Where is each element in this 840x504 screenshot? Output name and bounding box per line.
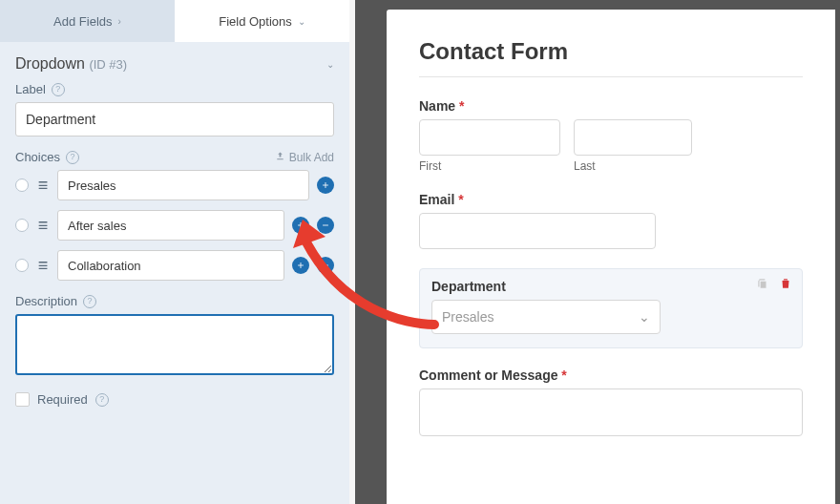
- first-sublabel: First: [419, 159, 560, 173]
- required-label: Required: [37, 392, 88, 407]
- label-block: Label ?: [15, 82, 334, 136]
- form-preview: Contact Form Name * First Last Email * D…: [387, 10, 835, 504]
- choices-heading: Choices ? Bulk Add: [15, 150, 334, 164]
- chevron-down-icon: ⌄: [298, 16, 305, 27]
- drag-handle-icon[interactable]: ≡: [36, 261, 50, 270]
- chevron-down-icon: ⌄: [326, 59, 334, 70]
- divider: [419, 76, 803, 77]
- choice-input[interactable]: [57, 250, 284, 281]
- remove-choice-button[interactable]: [317, 217, 334, 234]
- help-icon[interactable]: ?: [95, 393, 109, 407]
- choice-row: ≡: [15, 170, 334, 200]
- add-choice-button[interactable]: [292, 257, 309, 274]
- department-select[interactable]: Presales ⌄: [431, 300, 661, 334]
- comment-label: Comment or Message *: [419, 368, 803, 383]
- chevron-down-icon: ⌄: [639, 309, 650, 325]
- field-id: (ID #3): [89, 57, 127, 72]
- panel-body: Label ? Choices ? Bulk Add ≡≡≡: [0, 82, 349, 504]
- first-name-input[interactable]: [419, 119, 560, 156]
- trash-icon[interactable]: [779, 277, 792, 294]
- email-label: Email *: [419, 192, 803, 207]
- description-heading: Description ?: [15, 294, 334, 308]
- add-choice-button[interactable]: [292, 217, 309, 234]
- choice-default-radio[interactable]: [15, 259, 29, 272]
- add-choice-button[interactable]: [317, 177, 334, 194]
- panel-tabs: Add Fields › Field Options ⌄: [0, 0, 349, 42]
- tab-add-fields[interactable]: Add Fields ›: [0, 0, 175, 42]
- comment-textarea[interactable]: [419, 388, 803, 436]
- last-sublabel: Last: [574, 159, 692, 173]
- field-tools: [756, 277, 792, 294]
- tab-label: Add Fields: [53, 14, 112, 29]
- required-star: *: [455, 98, 464, 114]
- upload-icon: [275, 151, 285, 164]
- required-star: *: [454, 192, 463, 207]
- help-icon[interactable]: ?: [52, 83, 65, 96]
- name-label: Name *: [419, 98, 803, 114]
- tab-label: Field Options: [219, 14, 292, 29]
- form-title: Contact Form: [419, 38, 803, 65]
- choice-input[interactable]: [57, 170, 309, 200]
- name-field: Name * First Last: [419, 98, 803, 173]
- choice-row: ≡: [15, 250, 334, 281]
- required-row: Required ?: [15, 392, 334, 407]
- description-textarea[interactable]: [15, 314, 334, 375]
- drag-handle-icon[interactable]: ≡: [36, 180, 50, 190]
- drag-handle-icon[interactable]: ≡: [36, 220, 50, 230]
- help-icon[interactable]: ?: [66, 151, 79, 164]
- comment-field: Comment or Message *: [419, 368, 803, 436]
- remove-choice-button[interactable]: [317, 257, 334, 274]
- tab-field-options[interactable]: Field Options ⌄: [175, 0, 349, 42]
- email-field: Email *: [419, 192, 803, 249]
- choice-default-radio[interactable]: [15, 219, 29, 232]
- field-options-panel: Add Fields › Field Options ⌄ Dropdown (I…: [0, 0, 355, 504]
- label-heading: Label ?: [15, 82, 334, 96]
- description-block: Description ?: [15, 294, 334, 379]
- email-input[interactable]: [419, 213, 656, 249]
- last-name-input[interactable]: [574, 119, 692, 156]
- chevron-right-icon: ›: [118, 16, 121, 27]
- choice-default-radio[interactable]: [15, 178, 29, 192]
- choices-block: Choices ? Bulk Add ≡≡≡: [15, 150, 334, 281]
- department-label: Department: [431, 279, 790, 294]
- field-section-header[interactable]: Dropdown (ID #3) ⌄: [0, 42, 349, 82]
- department-field-selected[interactable]: Department Presales ⌄: [419, 268, 803, 348]
- section-title: Dropdown (ID #3): [15, 55, 127, 73]
- label-input[interactable]: [15, 102, 334, 136]
- choice-input[interactable]: [57, 210, 284, 241]
- duplicate-icon[interactable]: [756, 277, 769, 294]
- help-icon[interactable]: ?: [83, 295, 96, 308]
- bulk-add-button[interactable]: Bulk Add: [275, 151, 334, 164]
- choice-row: ≡: [15, 210, 334, 241]
- required-checkbox[interactable]: [15, 392, 30, 407]
- required-star: *: [557, 368, 566, 383]
